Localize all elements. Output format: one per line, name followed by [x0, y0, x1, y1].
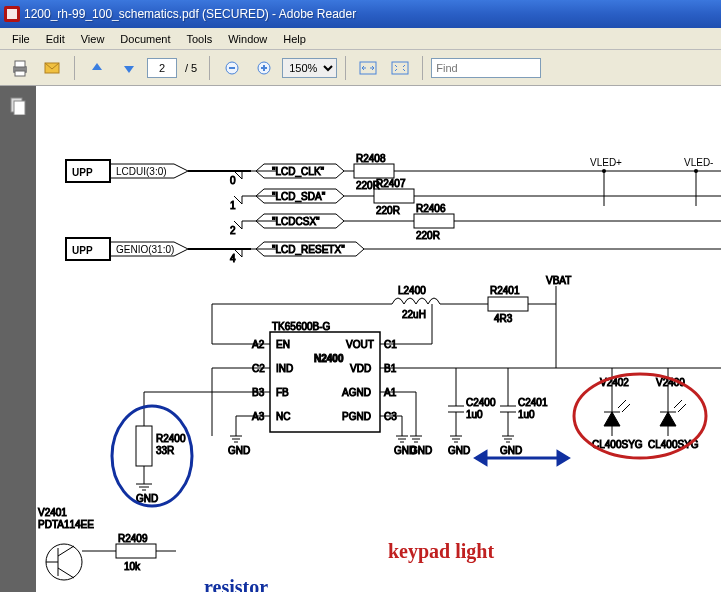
zoom-select[interactable]: 150% — [282, 58, 337, 78]
svg-rect-13 — [392, 62, 408, 74]
svg-text:IND: IND — [276, 363, 293, 374]
sidebar — [0, 86, 36, 592]
print-button[interactable] — [6, 54, 34, 82]
svg-text:220R: 220R — [416, 230, 440, 241]
svg-text:R2408: R2408 — [356, 153, 386, 164]
content-area: UPP LCDUI(3:0) UPP GENIO(31:0) — [0, 86, 721, 592]
svg-text:R2409: R2409 — [118, 533, 148, 544]
svg-rect-15 — [14, 101, 25, 115]
page-down-button[interactable] — [115, 54, 143, 82]
svg-text:V2401: V2401 — [38, 507, 67, 518]
svg-text:4R3: 4R3 — [494, 313, 513, 324]
zoom-in-button[interactable] — [250, 54, 278, 82]
svg-text:TK65600B-G: TK65600B-G — [272, 321, 331, 332]
svg-text:2: 2 — [230, 225, 236, 236]
svg-text:1u0: 1u0 — [518, 409, 535, 420]
schematic-drawing: UPP LCDUI(3:0) UPP GENIO(31:0) — [36, 86, 721, 592]
pages-panel-tab[interactable] — [6, 94, 30, 118]
svg-rect-39 — [488, 297, 528, 311]
svg-text:C2400: C2400 — [466, 397, 496, 408]
svg-text:R2406: R2406 — [416, 203, 446, 214]
svg-rect-4 — [15, 61, 25, 67]
svg-text:"LCD_RESETX": "LCD_RESETX" — [272, 244, 345, 255]
svg-text:GND: GND — [410, 445, 432, 456]
page-up-button[interactable] — [83, 54, 111, 82]
annotation-resistor: resistor — [204, 576, 268, 592]
toolbar-separator — [422, 56, 423, 80]
svg-rect-8 — [229, 67, 235, 69]
svg-text:GND: GND — [448, 445, 470, 456]
svg-text:EN: EN — [276, 339, 290, 350]
email-button[interactable] — [38, 54, 66, 82]
annotation-keypad-light: keypad light — [388, 540, 494, 563]
svg-text:220R: 220R — [376, 205, 400, 216]
svg-text:GND: GND — [228, 445, 250, 456]
svg-text:1u0: 1u0 — [466, 409, 483, 420]
menu-bar: File Edit View Document Tools Window Hel… — [0, 28, 721, 50]
toolbar-separator — [74, 56, 75, 80]
svg-text:0: 0 — [230, 175, 236, 186]
toolbar-separator — [209, 56, 210, 80]
svg-text:10k: 10k — [124, 561, 141, 572]
menu-view[interactable]: View — [73, 31, 113, 47]
svg-text:R2401: R2401 — [490, 285, 520, 296]
vled-plus: VLED+ — [590, 157, 622, 168]
window-title: 1200_rh-99_100_schematics.pdf (SECURED) … — [24, 7, 356, 21]
svg-text:22uH: 22uH — [402, 309, 426, 320]
svg-text:"LCD_CLK": "LCD_CLK" — [272, 166, 325, 177]
svg-text:FB: FB — [276, 387, 289, 398]
svg-rect-74 — [136, 426, 152, 466]
menu-tools[interactable]: Tools — [179, 31, 221, 47]
menu-help[interactable]: Help — [275, 31, 314, 47]
fit-width-button[interactable] — [354, 54, 382, 82]
upp1-signal: LCDUI(3:0) — [116, 166, 167, 177]
menu-file[interactable]: File — [4, 31, 38, 47]
svg-text:V2402: V2402 — [600, 377, 629, 388]
svg-text:VOUT: VOUT — [346, 339, 374, 350]
svg-rect-2 — [7, 9, 17, 19]
pdf-page: UPP LCDUI(3:0) UPP GENIO(31:0) — [36, 86, 721, 592]
svg-text:N2400: N2400 — [314, 353, 344, 364]
svg-rect-5 — [15, 71, 25, 76]
svg-text:R2407: R2407 — [376, 178, 406, 189]
menu-window[interactable]: Window — [220, 31, 275, 47]
svg-text:L2400: L2400 — [398, 285, 426, 296]
pdf-icon — [4, 6, 20, 22]
svg-rect-29 — [374, 189, 414, 203]
svg-text:"LCD_SDA": "LCD_SDA" — [272, 191, 326, 202]
svg-text:33R: 33R — [156, 445, 174, 456]
svg-text:VDD: VDD — [350, 363, 371, 374]
toolbar-separator — [345, 56, 346, 80]
svg-rect-81 — [116, 544, 156, 558]
upp2-label: UPP — [72, 245, 93, 256]
svg-text:C2401: C2401 — [518, 397, 548, 408]
menu-document[interactable]: Document — [112, 31, 178, 47]
svg-text:PDTA114EE: PDTA114EE — [38, 519, 94, 530]
window-titlebar: 1200_rh-99_100_schematics.pdf (SECURED) … — [0, 0, 721, 28]
svg-text:GND: GND — [500, 445, 522, 456]
fit-page-button[interactable] — [386, 54, 414, 82]
svg-rect-11 — [263, 65, 265, 71]
find-input[interactable] — [431, 58, 541, 78]
upp2-signal: GENIO(31:0) — [116, 244, 174, 255]
zoom-out-button[interactable] — [218, 54, 246, 82]
svg-text:R2400: R2400 — [156, 433, 186, 444]
svg-text:1: 1 — [230, 200, 236, 211]
vled-minus: VLED- — [684, 157, 713, 168]
document-viewport[interactable]: UPP LCDUI(3:0) UPP GENIO(31:0) — [36, 86, 721, 592]
page-total-label: / 5 — [181, 62, 201, 74]
svg-text:NC: NC — [276, 411, 290, 422]
page-number-input[interactable] — [147, 58, 177, 78]
upp1-label: UPP — [72, 167, 93, 178]
vbat: VBAT — [546, 275, 571, 286]
svg-rect-32 — [414, 214, 454, 228]
svg-text:4: 4 — [230, 253, 236, 264]
toolbar: / 5 150% — [0, 50, 721, 86]
svg-text:"LCDCSX": "LCDCSX" — [272, 216, 320, 227]
svg-rect-26 — [354, 164, 394, 178]
menu-edit[interactable]: Edit — [38, 31, 73, 47]
svg-text:PGND: PGND — [342, 411, 371, 422]
svg-text:AGND: AGND — [342, 387, 371, 398]
